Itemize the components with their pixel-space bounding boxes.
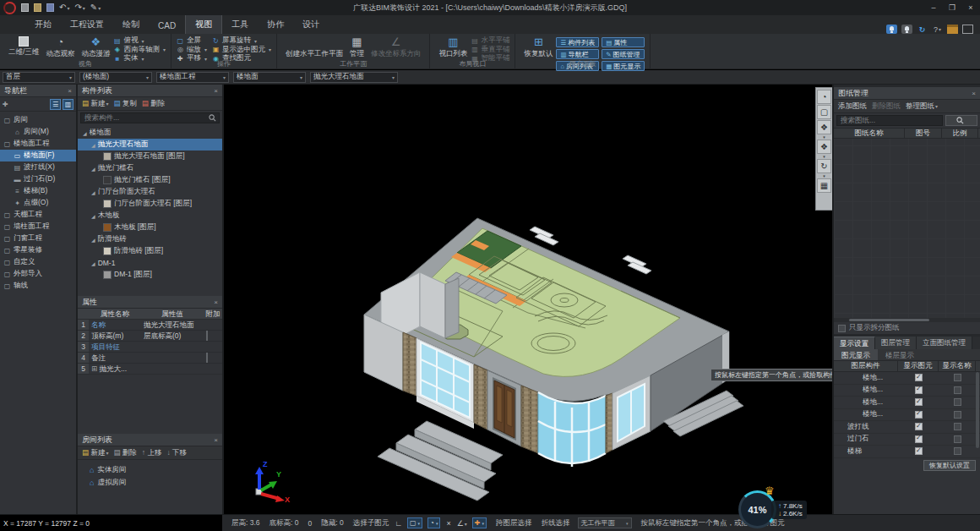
comp-item-antislip-tile[interactable]: 防滑地砖 — [78, 233, 222, 245]
tab-view[interactable]: 视图 — [185, 14, 222, 34]
prop-row-feature[interactable]: 3 项目特征 — [78, 342, 222, 353]
user-account-icon[interactable] — [886, 25, 897, 34]
help-icon[interactable]: ? — [932, 25, 943, 34]
sync-icon[interactable]: ↻ — [917, 25, 928, 34]
prop-row-name[interactable]: 1 名称 抛光大理石地面 — [78, 320, 222, 331]
comp-item-threshold-stone[interactable]: 抛光门槛石 — [78, 162, 222, 174]
show-element-checkbox[interactable] — [915, 398, 923, 406]
show-name-checkbox[interactable] — [954, 386, 961, 394]
viewport-2d-button[interactable]: ▢ — [817, 105, 831, 119]
viewport-rotate-button[interactable]: ↻ — [817, 159, 831, 173]
show-name-checkbox[interactable] — [954, 447, 961, 455]
display-row[interactable]: 楼地... — [834, 385, 980, 397]
undo-icon[interactable]: ↶ — [59, 2, 69, 14]
deselect-icon[interactable]: × — [446, 519, 450, 528]
caret-down-icon[interactable]: ▾ — [823, 135, 825, 139]
viewport-display-style-button[interactable]: ❖ — [817, 140, 831, 154]
tab-display-settings[interactable]: 显示设置 — [834, 337, 875, 349]
display-row[interactable]: 楼梯 — [834, 446, 980, 458]
prop-row-top-elev[interactable]: 2 顶标高(m) 层底标高(0) — [78, 331, 222, 342]
monitor-icon[interactable] — [962, 25, 973, 34]
show-name-checkbox[interactable] — [954, 374, 961, 381]
only-split-checkbox[interactable] — [838, 325, 846, 332]
btn-walkthrough[interactable]: ❖ 动态漫游 — [78, 36, 113, 60]
properties-close-icon[interactable]: × — [214, 298, 218, 306]
comp-layer-threshold-stone[interactable]: 抛光门槛石 [图层] — [78, 174, 222, 186]
nav-group-import[interactable]: ▢外部导入 — [0, 268, 76, 280]
attach-checkbox[interactable] — [206, 331, 208, 341]
polyline-select-toggle[interactable]: 折线选择 — [542, 518, 570, 528]
3d-viewport[interactable]: 按鼠标左键指定第一个角点，或拾取构件图元 Z Y X ◔ ▢ ❖ ▾ ❖ ▾ ↻… — [224, 85, 832, 514]
btn-restore-default[interactable]: ⊞ 恢复默认 — [520, 36, 556, 60]
comp-layer-wood-floor[interactable]: 木地板 [图层] — [78, 222, 222, 233]
show-element-checkbox[interactable] — [915, 447, 923, 455]
room-new-button[interactable]: ▤ 新建 — [82, 448, 108, 458]
workplane-dropdown[interactable]: 无工作平面 — [578, 517, 632, 528]
drawing-col-name[interactable]: 图纸名称 — [834, 129, 905, 138]
component-dropdown[interactable]: 抛光大理石地面 — [310, 72, 398, 83]
close-button[interactable]: × — [961, 1, 980, 14]
user-offline-icon[interactable] — [901, 25, 912, 34]
nav-pin-icon[interactable]: ✚ — [3, 101, 8, 108]
drawing-col-no[interactable]: 图号 — [905, 129, 942, 138]
component-search-input[interactable]: 搜索构件... — [80, 112, 220, 123]
toggle-component-list[interactable]: ☰构件列表 — [556, 37, 599, 47]
tab-design[interactable]: 设计 — [293, 15, 329, 34]
redo-icon[interactable]: ↷ — [74, 2, 84, 14]
gift-icon[interactable] — [947, 25, 958, 34]
comp-item-dm1[interactable]: DM-1 — [78, 257, 222, 269]
show-element-checkbox[interactable] — [915, 423, 923, 430]
viewport-orbit-button[interactable]: ◔ — [817, 90, 831, 104]
tab-project-settings[interactable]: 工程设置 — [61, 15, 113, 34]
drawing-close-icon[interactable]: × — [972, 90, 976, 97]
show-element-checkbox[interactable] — [915, 386, 923, 394]
component-delete-button[interactable]: ▤ 删除 — [142, 99, 165, 109]
angle-snap-icon[interactable]: ∠ — [457, 519, 467, 528]
nav-group-room[interactable]: ▢房间 — [0, 114, 76, 126]
tab-draw[interactable]: 绘制 — [113, 15, 149, 34]
btn-orbit[interactable]: ◔ 动态观察 — [42, 36, 78, 60]
restore-default-settings-button[interactable]: 恢复默认设置 — [923, 460, 976, 471]
nav-group-custom[interactable]: ▢自定义 — [0, 256, 76, 268]
tab-collaborate[interactable]: 协作 — [258, 15, 293, 34]
display-row[interactable]: 过门石 — [834, 434, 980, 446]
viewport-grid-button[interactable]: ▦ — [817, 178, 831, 193]
category-dropdown[interactable]: (楼地面) — [79, 72, 152, 83]
toggle-navbar[interactable]: ▥导航栏 — [556, 49, 599, 59]
comp-layer-antislip-tile[interactable]: 防滑地砖 [图层] — [78, 245, 222, 257]
caret-down-icon[interactable]: ▾ — [823, 155, 825, 158]
nav-close-icon[interactable]: × — [68, 87, 72, 95]
nav-item-floor[interactable]: ▭楼地面(F) — [0, 150, 76, 161]
toggle-properties[interactable]: ▤属性 — [602, 37, 645, 47]
display-vscrollbar[interactable] — [976, 372, 979, 448]
show-name-checkbox[interactable] — [954, 398, 961, 406]
only-split-checkbox-row[interactable]: 只显示拆分图纸 — [834, 322, 980, 334]
toggle-drawing-mgmt[interactable]: ✎图纸管理 — [602, 49, 645, 59]
floor-dropdown[interactable]: 首层 — [3, 72, 75, 83]
tab-cad[interactable]: CAD — [149, 18, 185, 34]
comp-layer-dm1[interactable]: DM-1 [图层] — [78, 269, 222, 281]
btn-viewport-list[interactable]: ▥ 视口列表 — [435, 36, 471, 60]
add-drawing-button[interactable]: 添加图纸 — [838, 101, 867, 112]
show-name-checkbox[interactable] — [954, 435, 961, 443]
tab-tools[interactable]: 工具 — [222, 15, 258, 34]
subtab-floor-display[interactable]: 楼层显示 — [878, 349, 922, 360]
project-dropdown[interactable]: 楼地面工程 — [156, 72, 229, 83]
crown-icon[interactable]: ♛ — [765, 484, 775, 497]
drawing-hscrollbar[interactable] — [834, 318, 980, 322]
comp-item-step-marble[interactable]: 门厅台阶面大理石 — [78, 186, 222, 198]
new-file-icon[interactable] — [21, 3, 29, 12]
minimize-button[interactable]: – — [924, 1, 943, 14]
type-dropdown[interactable]: 楼地面 — [233, 72, 306, 83]
component-new-button[interactable]: ▤ 新建 — [82, 99, 108, 109]
show-element-checkbox[interactable] — [915, 435, 923, 443]
display-row[interactable]: 楼地... — [834, 397, 980, 409]
tab-start[interactable]: 开始 — [25, 15, 61, 34]
component-copy-button[interactable]: ▤ 复制 — [113, 99, 136, 109]
comp-item-marble-floor[interactable]: 抛光大理石地面 — [78, 139, 222, 151]
btn-manage-workplane[interactable]: ▦ 管理 — [346, 36, 368, 60]
nav-group-axis[interactable]: ▢轴线 — [0, 280, 76, 292]
prop-row-expand[interactable]: 5 ⊞ 抛光大... — [78, 364, 222, 375]
box-select-mode-button[interactable]: ▢ — [407, 517, 422, 528]
comp-layer-marble-floor[interactable]: 抛光大理石地面 [图层] — [78, 151, 222, 162]
